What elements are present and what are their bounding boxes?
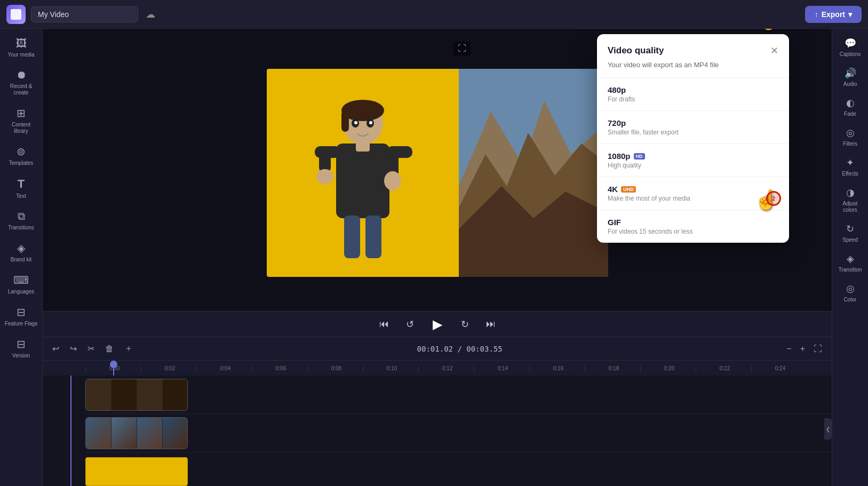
cut-button[interactable]: ✂ <box>84 341 98 356</box>
video-quality-dropdown: Video quality ✕ Your video will export a… <box>597 34 789 243</box>
right-label-fade: Fade <box>844 111 856 117</box>
right-item-captions[interactable]: 💬 Captions <box>833 33 867 62</box>
quality-option-1080p[interactable]: 1080p HD High quality <box>597 144 789 177</box>
right-label-speed: Speed <box>842 237 858 243</box>
adjust-colors-icon: ◑ <box>846 187 855 198</box>
right-item-audio[interactable]: 🔊 Audio <box>833 63 867 92</box>
cursor-annotation-1: ☝ 1 <box>757 29 781 31</box>
svg-rect-4 <box>356 141 370 152</box>
ruler-mark-8: 0:16 <box>529 365 585 371</box>
ruler-marks-container: 0:00 0:02 0:04 0:06 0:08 0:10 0:12 0:14 … <box>85 365 832 371</box>
undo-button[interactable]: ↩ <box>49 341 62 356</box>
right-item-fade[interactable]: ◐ Fade <box>833 93 867 122</box>
sidebar-item-content-library[interactable]: ⊞ Content library <box>2 102 41 139</box>
timeline-area: ↩ ↪ ✂ 🗑 ＋ 00:01.02 / 00:03.55 − <box>43 337 832 486</box>
sidebar-label-transitions: Transitions <box>8 225 34 231</box>
speed-icon: ↻ <box>846 223 854 235</box>
redo-button[interactable]: ↪ <box>67 341 80 356</box>
character-svg <box>304 95 421 277</box>
quality-option-720p[interactable]: 720p Smaller file, faster export <box>597 110 789 144</box>
dropdown-close-button[interactable]: ✕ <box>770 45 778 57</box>
right-label-effects: Effects <box>842 171 858 177</box>
track-clip-yellow[interactable] <box>85 457 188 486</box>
rewind-button[interactable]: ↺ <box>402 316 418 332</box>
quality-name-1080p: 1080p HD <box>608 152 778 161</box>
track-clip-mountain[interactable] <box>85 417 188 449</box>
timeline-toolbar: ↩ ↪ ✂ 🗑 ＋ 00:01.02 / 00:03.55 − <box>43 337 832 361</box>
add-clip-button[interactable]: ＋ <box>121 341 136 356</box>
undo-icon: ↩ <box>52 344 59 353</box>
left-sidebar: 🖼 Your media ⏺ Record & create ⊞ Content… <box>0 29 43 486</box>
sidebar-item-your-media[interactable]: 🖼 Your media <box>2 33 41 62</box>
right-item-color[interactable]: ◎ Color <box>833 278 867 307</box>
sidebar-label-templates: Templates <box>9 160 34 166</box>
fullscreen-button[interactable]: ⛶ <box>810 342 825 356</box>
topbar: ☁ ↑ Export ▾ <box>0 0 868 29</box>
right-item-filters[interactable]: ◎ Filters <box>833 123 867 152</box>
sidebar-item-brand-kit[interactable]: ◈ Brand kit <box>2 237 41 267</box>
track-clip-character[interactable] <box>85 379 188 411</box>
fade-icon: ◐ <box>846 97 855 109</box>
zoom-out-icon: − <box>786 344 791 353</box>
video-right-panel <box>459 69 608 277</box>
sidebar-item-transitions[interactable]: ⧉ Transitions <box>2 206 41 235</box>
delete-button[interactable]: 🗑 <box>102 342 117 356</box>
export-button[interactable]: ↑ Export ▾ <box>805 6 862 23</box>
clip-thumb-char-3 <box>137 379 162 410</box>
clip-thumb-char-4 <box>163 379 188 410</box>
sidebar-item-languages[interactable]: ⌨ Languages <box>2 269 41 299</box>
clip-thumb-mtn-2 <box>112 418 137 449</box>
video-preview: ⛶ Video quality ✕ Your video will export… <box>43 29 832 311</box>
project-name-input[interactable] <box>31 6 138 22</box>
center-area: ⛶ Video quality ✕ Your video will export… <box>43 29 832 486</box>
track-row-1 <box>85 376 832 414</box>
right-item-speed[interactable]: ↻ Speed <box>833 219 867 248</box>
right-label-audio: Audio <box>843 81 857 87</box>
zoom-in-button[interactable]: + <box>797 342 808 356</box>
timeline-tracks[interactable]: ❮ <box>43 376 832 486</box>
sidebar-item-version[interactable]: ⊟ Version <box>2 333 41 363</box>
right-item-transition[interactable]: ◈ Transition <box>833 249 867 277</box>
sidebar-item-record-create[interactable]: ⏺ Record & create <box>2 65 41 100</box>
right-item-effects[interactable]: ✦ Effects <box>833 153 867 181</box>
skip-back-icon: ⏮ <box>379 318 389 329</box>
sidebar-item-feature-flags[interactable]: ⊟ Feature Flags <box>2 301 41 331</box>
main-area: 🖼 Your media ⏺ Record & create ⊞ Content… <box>0 29 868 486</box>
right-item-adjust-colors[interactable]: ◑ Adjust colors <box>833 182 867 218</box>
export-label: Export <box>822 10 845 19</box>
templates-icon: ⊚ <box>17 145 26 158</box>
playhead-track-line <box>70 376 71 486</box>
timeline-collapse-handle[interactable]: ❮ <box>824 418 832 440</box>
zoom-out-button[interactable]: − <box>783 342 794 356</box>
fullscreen-icon: ⛶ <box>814 344 822 353</box>
export-up-icon: ↑ <box>815 10 818 19</box>
sidebar-label-brand-kit: Brand kit <box>11 257 31 263</box>
sidebar-label-content-library: Content library <box>4 122 38 134</box>
your-media-icon: 🖼 <box>16 37 27 50</box>
timeline-ruler: 0:00 0:02 0:04 0:06 0:08 0:10 0:12 0:14 … <box>43 361 832 376</box>
feature-flags-icon: ⊟ <box>17 306 26 318</box>
svg-point-15 <box>354 121 357 124</box>
quality-name-4k: 4K UHD <box>608 185 778 194</box>
ruler-mark-1: 0:02 <box>141 365 196 371</box>
right-label-adjust-colors: Adjust colors <box>835 201 865 213</box>
quality-desc-4k: Make the most of your media <box>608 195 778 202</box>
ruler-mark-2: 0:04 <box>196 365 252 371</box>
play-button[interactable]: ▶ <box>427 314 448 335</box>
svg-point-10 <box>316 169 333 184</box>
svg-rect-3 <box>336 144 389 218</box>
quality-option-gif[interactable]: GIF For videos 15 seconds or less <box>597 210 789 243</box>
mountain-bg <box>459 69 608 277</box>
right-label-color: Color <box>844 297 857 303</box>
video-controls-bar: ⏮ ↺ ▶ ↻ ⏭ <box>43 311 832 337</box>
skip-forward-button[interactable]: ⏭ <box>482 316 500 332</box>
crop-button[interactable]: ⛶ <box>453 42 471 55</box>
quality-option-4k[interactable]: 4K UHD Make the most of your media <box>597 177 789 210</box>
forward-button[interactable]: ↻ <box>457 316 473 332</box>
sidebar-item-text[interactable]: T Text <box>2 173 41 204</box>
svg-point-16 <box>369 121 372 124</box>
sidebar-item-templates[interactable]: ⊚ Templates <box>2 141 41 171</box>
ruler-mark-7: 0:14 <box>474 365 529 371</box>
quality-option-480p[interactable]: 480p For drafts <box>597 77 789 110</box>
skip-back-button[interactable]: ⏮ <box>375 316 393 332</box>
